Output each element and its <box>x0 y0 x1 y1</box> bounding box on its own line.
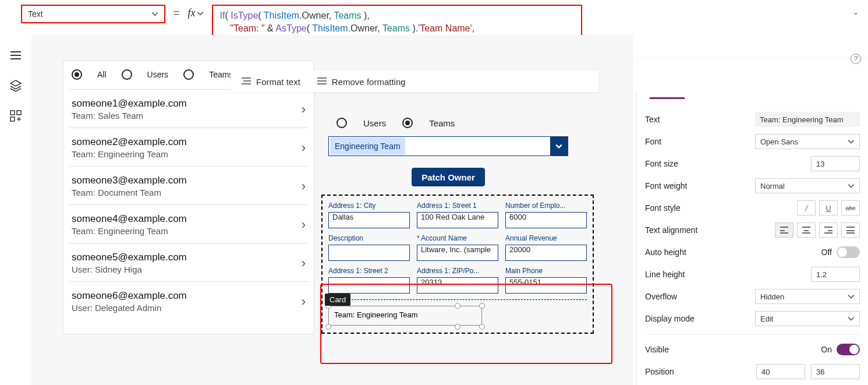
chevron-right-icon: › <box>302 294 306 309</box>
prop-autoheight-value: Off <box>821 248 832 257</box>
field-input[interactable]: 555-0151 <box>505 277 587 294</box>
radio-all[interactable] <box>72 69 82 80</box>
chevron-right-icon: › <box>302 140 306 156</box>
remove-formatting-icon <box>317 77 327 87</box>
list-item[interactable]: someone1@example.com Team: Sales Team › <box>69 89 308 128</box>
field-input[interactable]: 20313 <box>417 277 498 294</box>
align-left-button[interactable] <box>775 222 793 238</box>
underline-button[interactable]: U <box>819 200 838 216</box>
prop-lineheight-label: Line height <box>645 270 685 279</box>
patch-owner-button[interactable]: Patch Owner <box>412 168 485 186</box>
gallery-list[interactable]: someone1@example.com Team: Sales Team › … <box>69 89 308 334</box>
list-item-title: someone2@example.com <box>72 136 187 148</box>
field-input[interactable]: Litware, Inc. (sample <box>417 245 498 261</box>
strikethrough-button[interactable]: abc <box>841 200 860 216</box>
align-left-icon <box>780 227 788 234</box>
list-item-subtitle: User: Sidney Higa <box>72 264 187 274</box>
list-item-title: someone4@example.com <box>72 213 187 225</box>
prop-visible-value: On <box>821 345 832 354</box>
field-input[interactable]: 6000 <box>505 212 587 228</box>
prop-overflow-dropdown[interactable]: Hidden <box>755 289 860 304</box>
chevron-right-icon: › <box>302 102 306 117</box>
list-item[interactable]: someone2@example.com Team: Engineering T… <box>69 128 308 166</box>
list-item[interactable]: someone5@example.com User: Sidney Higa › <box>69 243 308 281</box>
format-text-label: Format text <box>256 77 300 87</box>
chevron-right-icon: › <box>302 179 306 194</box>
card-tooltip-text: Card <box>330 295 346 304</box>
field-input[interactable]: 100 Red Oak Lane <box>417 212 498 228</box>
remove-formatting-button[interactable]: Remove formatting <box>317 77 406 87</box>
radio-teams[interactable] <box>183 69 194 80</box>
align-right-icon <box>824 227 832 234</box>
team-dropdown-value: Engineering Team <box>330 137 405 155</box>
help-icon[interactable]: ? <box>851 54 861 64</box>
fx-icon[interactable]: fx <box>188 7 204 19</box>
chevron-down-icon[interactable]: ⌄ <box>853 8 859 16</box>
list-item[interactable]: someone4@example.com Team: Engineering T… <box>69 204 308 243</box>
list-item-title: someone5@example.com <box>72 252 187 263</box>
prop-position-x[interactable]: 40 <box>756 364 805 379</box>
prop-align-group <box>775 222 860 238</box>
field-label: Address 1: Street 1 <box>417 202 498 210</box>
list-item-subtitle: Team: Sales Team <box>72 111 187 121</box>
chevron-down-icon <box>151 10 158 17</box>
hamburger-icon[interactable] <box>9 49 22 62</box>
prop-fontstyle-group: / U abc <box>797 200 860 216</box>
svg-rect-0 <box>10 111 15 115</box>
field-label: Annual Revenue <box>505 234 587 242</box>
chevron-right-icon: › <box>302 217 306 232</box>
form-field: Address 1: ZIP/Po...20313 <box>417 267 498 294</box>
team-dropdown[interactable]: Engineering Team <box>328 136 568 156</box>
prop-autoheight-label: Auto height <box>645 248 686 257</box>
components-icon[interactable] <box>9 110 22 122</box>
detail-radios: Users Teams <box>336 118 601 128</box>
list-item-title: someone3@example.com <box>72 175 187 186</box>
layers-icon[interactable] <box>9 79 22 92</box>
radio-teams-2[interactable] <box>402 118 413 128</box>
prop-visible-toggle[interactable] <box>837 344 860 355</box>
field-input[interactable] <box>328 277 410 294</box>
italic-button[interactable]: / <box>797 200 816 216</box>
prop-displaymode-dropdown[interactable]: Edit <box>755 311 860 326</box>
field-label: Main Phone <box>505 267 587 275</box>
prop-fontsize-input[interactable]: 13 <box>811 156 860 171</box>
prop-text-value[interactable]: Team: Engineering Team <box>755 112 860 127</box>
radio-teams-label: Teams <box>209 70 233 79</box>
patch-owner-label: Patch Owner <box>421 172 475 182</box>
prop-align-label: Text alignment <box>645 225 697 235</box>
gallery-panel: All Users Teams someone1@example.com Tea… <box>63 61 314 334</box>
prop-lineheight-input[interactable]: 1.2 <box>811 267 860 282</box>
align-right-button[interactable] <box>819 222 838 238</box>
field-input[interactable] <box>328 245 410 261</box>
equals-sign: = <box>173 7 180 19</box>
align-justify-button[interactable] <box>841 222 860 238</box>
radio-users[interactable] <box>122 69 132 80</box>
left-rail <box>0 35 31 385</box>
prop-autoheight-toggle[interactable] <box>837 246 860 258</box>
edit-form: Address 1: CityDallasAddress 1: Street 1… <box>321 195 594 334</box>
chevron-down-icon <box>550 137 568 156</box>
list-item[interactable]: someone6@example.com User: Delegated Adm… <box>69 281 308 320</box>
list-item[interactable]: someone3@example.com Team: Document Team… <box>69 166 308 204</box>
prop-fontsize-label: Font size <box>645 159 678 168</box>
property-dropdown-value: Text <box>28 9 43 19</box>
chevron-down-icon <box>848 138 855 145</box>
field-input[interactable]: 20000 <box>505 245 587 261</box>
prop-fontstyle-label: Font style <box>645 203 681 213</box>
chevron-down-icon <box>848 315 855 322</box>
svg-rect-1 <box>17 111 21 115</box>
property-dropdown[interactable]: Text <box>21 5 165 23</box>
align-center-button[interactable] <box>797 222 816 238</box>
prop-displaymode-label: Display mode <box>645 314 695 323</box>
format-text-button[interactable]: Format text <box>241 77 300 87</box>
svg-rect-2 <box>10 117 15 121</box>
prop-fontweight-dropdown[interactable]: Normal <box>755 178 860 193</box>
field-label: Number of Emplo... <box>505 202 587 210</box>
properties-panel: Text Team: Engineering Team Font Open Sa… <box>636 92 868 385</box>
radio-users-2[interactable] <box>336 118 347 128</box>
prop-font-dropdown[interactable]: Open Sans <box>755 134 860 149</box>
chevron-down-icon <box>848 182 855 189</box>
prop-position-y[interactable]: 36 <box>811 364 860 379</box>
field-input[interactable]: Dallas <box>328 212 410 228</box>
radio-users-label: Users <box>147 70 169 79</box>
